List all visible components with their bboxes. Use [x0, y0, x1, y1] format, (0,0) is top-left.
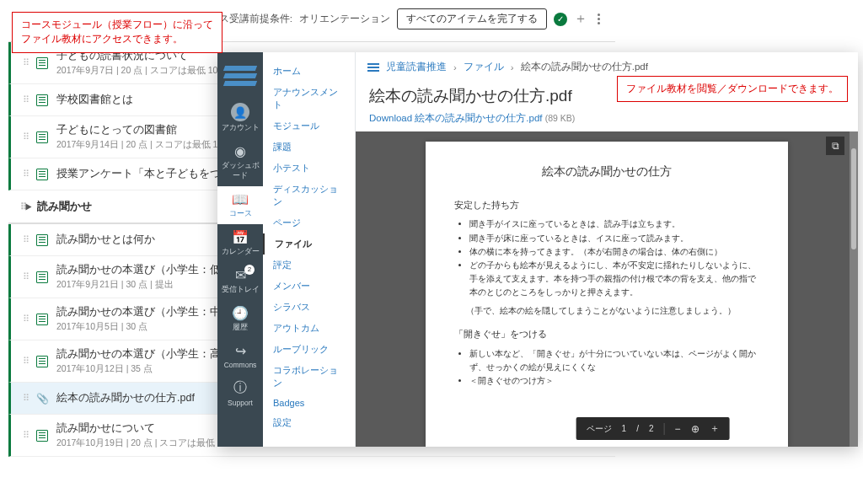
drag-handle-icon[interactable]: ⠿ [23, 393, 28, 404]
course-nav-item[interactable]: シラバス [263, 297, 355, 318]
pdf-page-label: ページ [587, 423, 612, 435]
document-icon [36, 314, 48, 325]
course-nav-item[interactable]: ページ [263, 212, 355, 233]
download-link[interactable]: Download 絵本の読み聞かせの仕方.pdf [369, 113, 543, 123]
global-nav-アカウント[interactable]: 👤アカウント [217, 98, 263, 138]
global-nav-Support[interactable]: ⓘSupport [217, 374, 263, 412]
nav-label: コース [229, 209, 252, 217]
callout-left: コースモジュール（授業フロー）に沿ってファイル教材にアクセスできます。 [12, 12, 222, 53]
drag-handle-icon[interactable]: ⠿ [23, 271, 28, 282]
drag-handle-icon[interactable]: ⠿ [23, 356, 28, 367]
drag-handle-icon[interactable]: ⠿ [20, 201, 25, 212]
nav-icon: 📖 [219, 191, 261, 207]
hamburger-icon[interactable] [367, 63, 379, 72]
pdf-section2-list: 新しい本など、「開きぐせ」が十分についていない本は、ページがよく開かず、せっかく… [469, 347, 759, 388]
course-nav-item[interactable]: モジュール [263, 115, 355, 137]
pdf-bullet: 聞き手がイスに座っているときは、読み手は立ちます。 [469, 217, 759, 231]
global-nav-カレンダー[interactable]: 📅カレンダー [217, 224, 263, 262]
drag-handle-icon[interactable]: ⠿ [23, 169, 28, 180]
document-icon [36, 94, 48, 106]
course-nav-item[interactable]: アウトカム [263, 318, 355, 339]
global-nav-Commons[interactable]: ↪Commons [217, 338, 263, 374]
breadcrumb-current: 絵本の読み聞かせの仕方.pdf [521, 61, 648, 73]
document-icon [36, 234, 48, 246]
pdf-section1-note: （手で、絵本の絵を隠してしまうことがないように注意しましょう。） [466, 304, 759, 318]
course-nav-item[interactable]: ディスカッション [263, 179, 355, 212]
course-nav-item[interactable]: 評定 [263, 255, 355, 276]
global-nav-ダッシュボード[interactable]: ◉ダッシュボード [217, 138, 263, 186]
course-nav-item[interactable]: 小テスト [263, 158, 355, 179]
download-row: Download 絵本の読み聞かせの仕方.pdf (89 KB) [356, 110, 858, 131]
zoom-in-button[interactable]: ＋ [710, 421, 720, 436]
nav-icon: ✉ [219, 267, 261, 283]
global-nav-履歴[interactable]: 🕘履歴 [217, 300, 263, 338]
pdf-section1-title: 安定した持ち方 [454, 197, 759, 213]
pdf-page-sep: / [636, 424, 639, 433]
drag-handle-icon[interactable]: ⠿ [23, 234, 28, 245]
document-icon [36, 57, 48, 69]
nav-label: 履歴 [233, 323, 248, 331]
logo-icon[interactable] [217, 61, 263, 96]
check-icon: ✓ [554, 13, 567, 26]
document-icon [36, 430, 48, 442]
badge: 2 [244, 265, 255, 275]
nav-icon: ↪ [219, 343, 261, 359]
pdf-section1-list: 聞き手がイスに座っているときは、読み手は立ちます。聞き手が床に座っているときは、… [469, 217, 759, 299]
topbar-menu-button[interactable] [594, 10, 603, 28]
course-nav-item[interactable]: メンバー [263, 276, 355, 297]
zoom-out-button[interactable]: − [675, 423, 681, 435]
course-nav-item[interactable]: コラボレーション [263, 360, 355, 394]
avatar-icon: 👤 [231, 103, 249, 121]
drag-handle-icon[interactable]: ⠿ [23, 314, 28, 324]
add-item-button[interactable]: ＋ [574, 10, 587, 28]
callout-right: ファイル教材を閲覧／ダウンロードできます。 [617, 76, 848, 102]
file-viewer-window: 👤アカウント◉ダッシュボード📖コース📅カレンダー✉受信トレイ2🕘履歴↪Commo… [217, 52, 858, 447]
course-nav-item[interactable]: 設定 [263, 412, 355, 433]
module-header-label: 読み聞かせ [37, 199, 92, 214]
course-nav-item[interactable]: ルーブリック [263, 339, 355, 360]
chevron-right-icon: › [453, 62, 457, 72]
pdf-section2-title: 「開きぐせ」をつける [454, 326, 759, 342]
drag-handle-icon[interactable]: ⠿ [23, 57, 28, 68]
viewer-scrollbar[interactable] [850, 131, 858, 447]
course-nav-item[interactable]: Badges [263, 394, 355, 412]
pdf-page: 絵本の読み聞かせの仕方 安定した持ち方 聞き手がイスに座っているときは、読み手は… [426, 142, 788, 447]
global-nav-受信トレイ[interactable]: ✉受信トレイ2 [217, 262, 263, 300]
document-icon [36, 131, 48, 143]
course-nav: ホームアナウンスメントモジュール課題小テストディスカッションページファイル評定メ… [263, 52, 356, 447]
nav-icon: 🕘 [219, 305, 261, 321]
drag-handle-icon[interactable]: ⠿ [23, 131, 28, 142]
nav-label: Support [228, 399, 253, 407]
document-icon [36, 356, 48, 367]
nav-label: アカウント [222, 123, 260, 131]
triangle-icon [26, 203, 32, 210]
chevron-right-icon: › [511, 62, 514, 72]
pdf-heading: 絵本の読み聞かせの仕方 [454, 162, 759, 182]
nav-icon: ◉ [219, 143, 261, 159]
global-nav-コース[interactable]: 📖コース [217, 186, 263, 224]
course-nav-item[interactable]: 課題 [263, 137, 355, 158]
pdf-page-current: 1 [622, 424, 627, 433]
breadcrumb-root[interactable]: 児童読書推進 [386, 61, 447, 73]
pdf-page-total: 2 [649, 424, 654, 433]
drag-handle-icon[interactable]: ⠿ [23, 94, 28, 105]
nav-icon: 📅 [219, 229, 261, 245]
course-nav-item[interactable]: ホーム [263, 61, 355, 82]
document-icon [36, 169, 48, 180]
nav-icon: ⓘ [219, 379, 261, 397]
breadcrumb-mid[interactable]: ファイル [464, 61, 504, 73]
file-size: (89 KB) [545, 113, 576, 123]
popout-icon[interactable]: ⧉ [826, 137, 844, 155]
prereq-value: オリエンテーション [299, 13, 390, 25]
course-nav-item[interactable]: アナウンスメント [263, 82, 355, 115]
nav-label: カレンダー [222, 247, 260, 255]
drag-handle-icon[interactable]: ⠿ [23, 430, 28, 441]
pdf-viewer: ⧉ 絵本の読み聞かせの仕方 安定した持ち方 聞き手がイスに座っているときは、読み… [356, 131, 858, 447]
nav-label: 受信トレイ [222, 285, 260, 293]
global-nav: 👤アカウント◉ダッシュボード📖コース📅カレンダー✉受信トレイ2🕘履歴↪Commo… [217, 52, 263, 447]
content-area: 児童読書推進 › ファイル › 絵本の読み聞かせの仕方.pdf 絵本の読み聞かせ… [356, 52, 858, 447]
course-nav-item[interactable]: ファイル [263, 233, 355, 255]
zoom-icon[interactable]: ⊕ [691, 423, 700, 435]
pdf-bullet: ＜開きぐせのつけ方＞ [469, 374, 759, 388]
complete-all-button[interactable]: すべてのアイテムを完了する [397, 8, 547, 29]
